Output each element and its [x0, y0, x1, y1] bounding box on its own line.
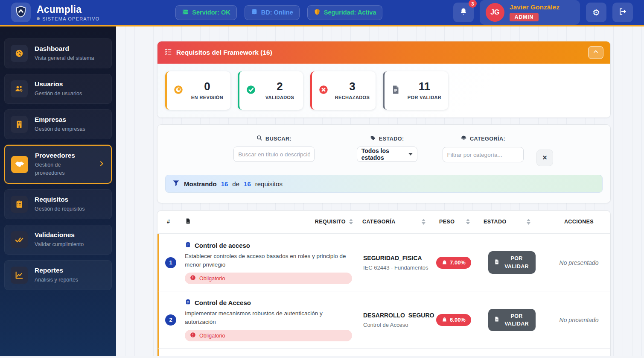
- sidebar-item-dashboard[interactable]: Dashboard Vista general del sistema: [4, 38, 112, 68]
- panel-header: Requisitos del Framework (16): [157, 41, 610, 64]
- stat-label: VALIDADOS: [262, 94, 298, 101]
- panel-title: Requisitos del Framework (16): [176, 49, 588, 56]
- sidebar-item-empresas[interactable]: Empresas Gestión de empresas: [4, 109, 112, 139]
- stat-validados: 2 VALIDADOS: [238, 71, 303, 110]
- peso-badge: 6.00%: [436, 314, 471, 326]
- bell-icon: [459, 7, 468, 18]
- stats-strip: 0 EN REVISIÓN 2 VALIDADOS: [157, 64, 610, 117]
- shield-icon: [314, 9, 321, 17]
- stat-label: EN REVISIÓN: [189, 94, 225, 101]
- file-icon: [494, 316, 500, 324]
- status-dot: [37, 17, 40, 20]
- requisito-title: Control de Acceso: [195, 299, 251, 306]
- notifications-button[interactable]: 3: [453, 3, 474, 22]
- user-menu[interactable]: JG Javier González ADMIN: [480, 0, 580, 25]
- server-status-badge[interactable]: Servidor: OK: [175, 5, 236, 20]
- search-label-row: BUSCAR:: [256, 135, 291, 142]
- col-requisito[interactable]: REQUISITO: [182, 217, 355, 226]
- estado-select[interactable]: Todos los estados: [357, 147, 417, 162]
- clipboard-icon: [185, 355, 191, 356]
- categoria-input[interactable]: [443, 147, 524, 162]
- eye-icon: [173, 84, 184, 97]
- double-check-icon: [11, 231, 28, 248]
- stat-value: 11: [406, 80, 443, 93]
- layers-icon: [460, 135, 467, 143]
- exclamation-circle-icon: [190, 275, 196, 282]
- status-badges: Servidor: OK BD: Online Seguridad: Activ…: [131, 5, 428, 20]
- exclamation-circle-icon: [190, 332, 196, 339]
- table-header-row: # REQUISITO CATEGORÍA: [157, 211, 610, 234]
- chevron-right-icon: [98, 160, 105, 169]
- building-icon: [11, 116, 28, 133]
- sidebar: Dashboard Vista general del sistema Usua…: [0, 26, 116, 356]
- sidebar-item-label: Requisitos: [35, 196, 105, 203]
- sidebar-item-sub: Gestión de usuarios: [35, 90, 99, 97]
- sort-icon: [422, 219, 425, 225]
- close-icon: ×: [542, 153, 547, 162]
- file-icon: [390, 85, 401, 97]
- stat-label: RECHAZADOS: [334, 94, 370, 101]
- notification-count-badge: 3: [469, 0, 477, 8]
- requisito-desc: Establecer controles de acceso basados e…: [185, 252, 352, 269]
- tag-icon: [370, 135, 376, 142]
- gear-icon: ⚙: [592, 8, 600, 17]
- db-status-badge[interactable]: BD: Online: [245, 5, 300, 20]
- sidebar-item-reportes[interactable]: Reportes Análisis y reportes: [4, 260, 112, 290]
- table-row: 3 Formacion Formacion de operarios Oblig…: [157, 348, 610, 356]
- categoria-name: SEGURIDAD_FISICA: [363, 255, 431, 261]
- categoria-label-row: CATEGORÍA:: [460, 135, 505, 143]
- logout-button[interactable]: [612, 3, 633, 22]
- col-estado[interactable]: ESTADO: [476, 219, 548, 225]
- sidebar-item-sub: Gestión de empresas: [35, 125, 99, 133]
- stat-rechazados: 3 RECHAZADOS: [310, 71, 376, 110]
- stat-por-validar: 11 POR VALIDAR: [383, 71, 448, 110]
- col-peso[interactable]: PESO: [431, 219, 476, 225]
- gauge-icon: [11, 45, 28, 62]
- showing-total: 16: [244, 180, 251, 188]
- categoria-sub: IEC 62443 - Fundamentos: [363, 264, 431, 271]
- settings-button[interactable]: ⚙: [586, 3, 606, 22]
- app-logo: [11, 3, 31, 22]
- table-row: 1 Control de acceso Establecer controles…: [157, 234, 610, 291]
- estado-label-row: ESTADO:: [370, 135, 404, 142]
- main-content: Requisitos del Framework (16) 0 EN REVIS…: [116, 26, 644, 356]
- clipboard-icon: [11, 196, 28, 213]
- security-status-badge[interactable]: Seguridad: Activa: [307, 5, 383, 20]
- security-status-label: Seguridad: Activa: [324, 9, 376, 16]
- estado-label: ESTADO:: [379, 136, 404, 142]
- sidebar-item-validaciones[interactable]: Validaciones Validar cumplimiento: [4, 225, 112, 255]
- sidebar-item-sub: Análisis y reportes: [35, 276, 99, 284]
- sidebar-item-label: Dashboard: [35, 45, 105, 53]
- showing-of: de: [232, 180, 239, 188]
- x-circle-icon: [318, 84, 329, 97]
- shield-logo-icon: [15, 5, 27, 20]
- sort-icon: [349, 219, 353, 225]
- obligatorio-badge: Obligatorio: [185, 330, 352, 341]
- col-num[interactable]: #: [159, 219, 182, 225]
- sidebar-item-proveedores[interactable]: Proveedores Gestión de proveedores: [4, 145, 112, 183]
- app-title: Acumplia: [37, 4, 100, 15]
- col-categoria[interactable]: CATEGORÍA: [355, 219, 431, 225]
- sidebar-item-requisitos[interactable]: Requisitos Gestión de requisitos: [4, 189, 112, 219]
- sidebar-item-sub: Validar cumplimiento: [35, 241, 99, 248]
- sidebar-item-sub: Gestión de proveedores: [35, 161, 91, 176]
- framework-panel: Requisitos del Framework (16) 0 EN REVIS…: [157, 41, 611, 118]
- top-header: Acumplia SISTEMA OPERATIVO Servidor: OK …: [0, 0, 644, 26]
- sidebar-item-sub: Gestión de requisitos: [35, 205, 99, 213]
- sidebar-item-label: Empresas: [35, 116, 105, 123]
- check-circle-icon: [245, 84, 256, 97]
- obligatorio-badge: Obligatorio: [185, 273, 352, 284]
- sidebar-item-label: Validaciones: [35, 231, 105, 239]
- requisito-title: Control de acceso: [195, 242, 250, 249]
- chevron-down-icon: [408, 153, 413, 156]
- filters-panel: BUSCAR: ESTADO: Todos los estados: [157, 124, 611, 203]
- sidebar-item-usuarios[interactable]: Usuarios Gestión de usuarios: [4, 74, 112, 104]
- search-input[interactable]: [233, 147, 315, 162]
- stat-en-revision: 0 EN REVISIÓN: [165, 71, 230, 110]
- clear-filters-button[interactable]: ×: [536, 150, 553, 166]
- clipboard-icon: [185, 241, 191, 249]
- stat-value: 3: [334, 80, 370, 93]
- stat-value: 0: [189, 80, 225, 93]
- collapse-button[interactable]: [588, 46, 603, 59]
- sort-icon: [466, 219, 470, 225]
